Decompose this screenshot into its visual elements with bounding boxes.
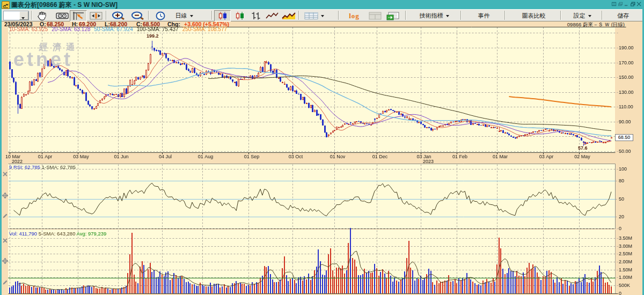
chevron-down-icon: [321, 15, 324, 17]
period-dropdown-label: 日線: [175, 12, 187, 20]
minimize-icon[interactable]: [624, 2, 629, 6]
volume-avg-value: Avg: 979,239: [77, 231, 107, 237]
rsi-move-icon[interactable]: [2, 193, 8, 198]
high-annotation: 199.2: [147, 33, 159, 39]
log-scale-label: log: [349, 12, 360, 20]
rsi-close-icon[interactable]: [2, 171, 8, 177]
volume-sma-value: 5-SMA: 643,280: [39, 231, 76, 237]
app-chart-icon: [2, 1, 10, 9]
window-controls: [612, 2, 641, 6]
volume-close-icon[interactable]: [2, 238, 8, 244]
events-button[interactable]: 事件: [462, 10, 506, 21]
technical-indicators-button[interactable]: 技術指標: [407, 10, 462, 21]
zoom-in-button[interactable]: [109, 10, 128, 21]
rsi-value: 9 RSI: 62.785: [9, 164, 40, 170]
export-icon: [386, 12, 399, 20]
sma100-legend: 100-SMA: 75.437: [137, 26, 179, 32]
candlestick-red-blue-icon: [217, 11, 228, 20]
history-clock-button[interactable]: [151, 10, 170, 21]
panel-layout-icon: [369, 12, 382, 20]
sma10-legend: 10-SMA: 63.925: [9, 26, 48, 32]
chevron-down-icon: [588, 15, 591, 17]
chart-zigzag-glyph: [2, 2, 9, 9]
fit-width-icon: [90, 12, 103, 20]
symbol-status: 09866 蔚來－Ｓ Ｗ (日線): [567, 22, 625, 27]
crosshair-pointer-button[interactable]: [70, 10, 87, 21]
shade-window-icon[interactable]: [612, 2, 617, 6]
zoom-out-icon: [130, 11, 145, 20]
window-title: 圖表分析[09866 蔚來 - S W NIO-SW]: [11, 1, 118, 10]
sma250-legend: 250-SMA: 108.577: [182, 26, 227, 32]
volume-move-icon[interactable]: [2, 258, 8, 264]
technical-indicators-label: 技術指標: [420, 12, 443, 20]
log-scale-button[interactable]: log: [342, 10, 367, 21]
panel-layout-button-disabled: [367, 10, 384, 21]
toolbar-separator: [560, 11, 561, 20]
candlestick-style2-button[interactable]: [231, 10, 248, 21]
low-annotation: 57.6: [578, 145, 588, 151]
crosshair-pointer-icon: [72, 11, 84, 20]
clock-icon: [156, 11, 165, 20]
save-label: 儲存: [618, 12, 630, 20]
chevron-down-icon: [446, 15, 449, 17]
toolbar-separator: [405, 11, 406, 20]
fit-chart-button[interactable]: [87, 10, 105, 21]
data-table-dropdown[interactable]: [301, 10, 327, 21]
candlestick-red-green-icon: [235, 11, 245, 20]
volume-value: Vol: 411,790: [9, 231, 37, 237]
titlebar[interactable]: 圖表分析[09866 蔚來 - S W NIO-SW]: [0, 0, 644, 9]
watermark-etnet: etnet: [13, 48, 73, 71]
volume-panel-header: Vol: 411,790 5-SMA: 643,280 Avg: 979,239: [9, 231, 106, 237]
toolbar-separator: [31, 11, 32, 20]
toolbar-separator: [211, 11, 213, 20]
chevron-down-icon: [21, 17, 25, 19]
zoom-in-icon: [111, 11, 126, 20]
toolbar-separator: [504, 11, 506, 20]
hand-icon: [36, 11, 49, 21]
toolbar-separator: [460, 11, 462, 20]
chevron-down-icon: [190, 15, 193, 17]
line-chart-button[interactable]: [264, 10, 280, 21]
toolbar-separator: [298, 11, 299, 20]
export-data-button[interactable]: [384, 10, 402, 21]
price-chart-canvas[interactable]: [2, 27, 642, 295]
sma50-legend: 50-SMA: 67.924: [94, 26, 133, 32]
close-window-icon[interactable]: [636, 2, 641, 6]
ohlc-bars-button[interactable]: [248, 10, 264, 21]
toolbar-separator: [148, 11, 149, 20]
line-chart-icon: [266, 11, 279, 20]
toolbar-separator: [338, 11, 339, 20]
symbol-combobox-dropdown-icon[interactable]: [19, 11, 28, 20]
chart-compare-label: 圖表比較: [522, 12, 546, 20]
rsi-panel-header: 9 RSI: 62.785 1-SMA: 62.785: [9, 165, 76, 170]
volume-edit-icon[interactable]: [2, 279, 8, 285]
chart-analysis-window: 圖表分析[09866 蔚來 - S W NIO-SW] 日線 log: [0, 0, 644, 295]
area-chart-button[interactable]: [280, 10, 298, 21]
rsi-edit-icon[interactable]: [2, 213, 8, 219]
settings-label: 設定: [574, 12, 586, 20]
panorama-icon: [56, 12, 69, 20]
toolbar-separator: [602, 11, 603, 20]
sma20-legend: 20-SMA: 63.128: [52, 26, 90, 32]
rsi-sma-value: 1-SMA: 62.785: [42, 164, 76, 170]
toolbar: 日線 log 技術指標 事件 圖表比較 設定 儲存: [2, 9, 642, 21]
maximize-icon[interactable]: [631, 2, 635, 6]
restore-child-icon[interactable]: [618, 2, 623, 6]
chart-area[interactable]: 經濟通 etnet 10-SMA: 63.92520-SMA: 63.12850…: [2, 27, 642, 295]
zoom-out-button[interactable]: [128, 10, 148, 21]
panorama-view-button[interactable]: [54, 10, 71, 21]
toolbar-separator: [106, 11, 107, 20]
save-button[interactable]: 儲存: [603, 10, 643, 21]
settings-button[interactable]: 設定: [562, 10, 603, 21]
candlestick-style-button[interactable]: [214, 10, 231, 21]
pan-hand-button[interactable]: [34, 10, 51, 21]
ohlc-bars-icon: [251, 11, 261, 20]
period-dropdown[interactable]: 日線: [171, 10, 197, 21]
events-label: 事件: [478, 12, 490, 20]
area-chart-icon: [282, 11, 296, 20]
symbol-combobox[interactable]: [3, 11, 29, 20]
last-price-tag: 68.50: [615, 134, 633, 141]
chart-compare-button[interactable]: 圖表比較: [506, 10, 561, 21]
data-table-icon: [304, 12, 318, 20]
sma-legend-row: 10-SMA: 63.92520-SMA: 63.12850-SMA: 67.9…: [9, 27, 231, 32]
